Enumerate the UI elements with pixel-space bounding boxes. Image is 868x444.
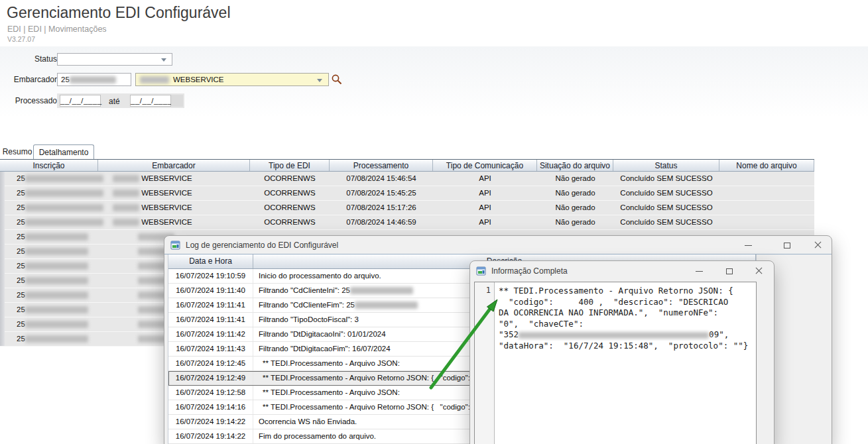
cell-processamento: 07/08/2024 14:46:59 xyxy=(330,215,433,229)
cell-embarcador: WEBSERVICE xyxy=(98,201,250,215)
embarcador-combo[interactable]: WEBSERVICE xyxy=(135,73,329,86)
redacted-text xyxy=(355,302,418,309)
code-line: "dataHora": "16/7/24 19:15:48", "protoco… xyxy=(499,341,755,352)
tab-resumo[interactable]: Resumo xyxy=(1,144,33,159)
log-cell-time: 16/07/2024 19:11:43 xyxy=(168,342,253,356)
redacted-text xyxy=(25,306,88,313)
log-cell-time: 16/07/2024 19:12:58 xyxy=(168,386,253,400)
redacted-text xyxy=(25,190,103,197)
line-number: 1 xyxy=(486,286,491,295)
close-button[interactable] xyxy=(749,264,769,278)
cell-inscricao: 25 xyxy=(0,215,98,229)
log-window-titlebar[interactable]: Log de gerenciamento do EDI Configurável xyxy=(164,236,832,254)
code-line: "0", "chaveCTe": xyxy=(499,319,755,330)
close-button[interactable] xyxy=(808,239,828,252)
log-window-title: Log de gerenciamento do EDI Configurável xyxy=(186,241,338,250)
cell-status: Concluído SEM SUCESSO xyxy=(613,201,719,215)
redacted-text xyxy=(519,332,709,339)
status-select[interactable] xyxy=(57,53,172,66)
cell-tipo-comunicacao: API xyxy=(433,186,537,200)
cell-status: Concluído SEM SUCESSO xyxy=(613,215,719,229)
info-window-title: Informação Completa xyxy=(491,266,568,276)
log-cell-time: 16/07/2024 19:10:59 xyxy=(168,269,253,283)
cell-tipo-edi: OCORRENWS xyxy=(250,215,330,229)
cell-inscricao: 25 xyxy=(0,303,98,317)
cell-tipo-edi: OCORRENWS xyxy=(250,172,330,186)
app-icon xyxy=(476,266,487,276)
cell-inscricao: 25 xyxy=(0,274,98,288)
log-cell-time: 16/07/2024 19:12:49 xyxy=(168,371,253,385)
cell-inscricao: 25 xyxy=(0,332,98,346)
minimize-button[interactable] xyxy=(738,239,758,252)
maximize-button[interactable] xyxy=(777,239,797,252)
grid-column-header[interactable]: Embarcador xyxy=(98,160,250,171)
grid-row-gutter xyxy=(0,172,5,346)
redacted-text xyxy=(113,204,139,211)
processado-to-input[interactable]: __/__/____ xyxy=(130,95,171,107)
log-cell-time: 16/07/2024 19:12:45 xyxy=(168,357,253,370)
maximize-button[interactable] xyxy=(719,264,739,278)
log-cell-time: 16/07/2024 19:14:22 xyxy=(168,415,253,429)
cell-status: Concluído SEM SUCESSO xyxy=(613,186,719,200)
redacted-text xyxy=(25,175,103,182)
cell-inscricao: 25 xyxy=(0,186,98,200)
tab-detalhamento[interactable]: Detalhamento xyxy=(33,144,94,159)
cell-nome-arquivo xyxy=(719,186,814,200)
breadcrumb: EDI | EDI | Movimentações xyxy=(7,25,107,34)
table-row[interactable]: 25 WEBSERVICEOCORRENWS07/08/2024 15:45:2… xyxy=(0,186,814,201)
redacted-text xyxy=(25,277,88,284)
cell-inscricao: 25 xyxy=(0,288,98,302)
chevron-down-icon xyxy=(161,58,166,62)
minimize-button[interactable] xyxy=(689,264,709,278)
code-line: ** TEDI.Processamento - Arquivo Retorno … xyxy=(499,286,755,297)
redacted-text xyxy=(140,76,169,83)
search-icon[interactable] xyxy=(331,74,343,85)
cell-situacao-arquivo: Não gerado xyxy=(537,186,613,200)
cell-status: Concluído SEM SUCESSO xyxy=(613,172,719,186)
info-window: Informação Completa 1 ** TEDI.Processame… xyxy=(469,260,775,444)
grid-column-header[interactable]: Processamento xyxy=(330,160,433,171)
cell-nome-arquivo xyxy=(719,201,814,215)
redacted-text xyxy=(25,204,103,211)
grid-header-row: InscriçãoEmbarcadorTipo de EDIProcessame… xyxy=(0,159,814,172)
minimize-icon xyxy=(745,245,752,246)
redacted-text xyxy=(70,76,116,83)
table-row[interactable]: 25 WEBSERVICEOCORRENWS07/08/2024 14:46:5… xyxy=(0,215,814,230)
code-line: "35209", xyxy=(499,329,755,341)
cell-processamento: 07/08/2024 15:45:25 xyxy=(330,186,433,200)
date-button[interactable] xyxy=(171,95,183,107)
cell-tipo-edi: OCORRENWS xyxy=(250,186,330,200)
cell-processamento: 07/08/2024 15:46:54 xyxy=(330,172,433,186)
cell-inscricao: 25 xyxy=(0,245,98,258)
redacted-text xyxy=(25,233,88,241)
grid-column-header[interactable]: Inscrição xyxy=(0,160,98,171)
close-icon xyxy=(755,267,763,275)
grid-column-header[interactable]: Tipo de EDI xyxy=(250,160,330,171)
grid-column-header[interactable]: Tipo de Comunicação xyxy=(433,160,537,171)
log-cell-time: 16/07/2024 19:11:41 xyxy=(168,313,253,327)
redacted-text xyxy=(25,335,88,343)
log-cell-time: 16/07/2024 19:14:22 xyxy=(168,429,253,443)
processado-from-input[interactable]: __/__/____ xyxy=(60,95,101,107)
redacted-text xyxy=(113,219,139,226)
log-cell-time: 16/07/2024 19:11:42 xyxy=(168,327,253,341)
status-label: Status xyxy=(4,54,57,64)
info-window-titlebar[interactable]: Informação Completa xyxy=(470,261,774,281)
cell-embarcador: WEBSERVICE xyxy=(98,186,250,200)
log-column-header[interactable]: Data e Hora xyxy=(168,254,253,268)
grid-column-header[interactable]: Status xyxy=(613,160,719,171)
version-label: V3.27.07 xyxy=(7,35,35,43)
table-row[interactable]: 25 WEBSERVICEOCORRENWS07/08/2024 15:46:5… xyxy=(0,172,814,186)
page-title: Gerenciamento EDI Configurável xyxy=(7,4,231,22)
cell-situacao-arquivo: Não gerado xyxy=(537,215,613,229)
code-line: DA OCORRENCIA NAO INFORMADA.", "numeroNF… xyxy=(499,307,755,319)
cell-inscricao: 25 xyxy=(0,172,98,186)
embarcador-code-input[interactable]: 25 xyxy=(57,73,131,86)
cell-tipo-comunicacao: API xyxy=(433,201,537,215)
redacted-text xyxy=(25,262,88,270)
ate-label: até xyxy=(109,97,120,106)
grid-column-header[interactable]: Nome do arquivo xyxy=(719,160,814,171)
info-text-area[interactable]: 1 ** TEDI.Processamento - Arquivo Retorn… xyxy=(474,282,757,444)
table-row[interactable]: 25 WEBSERVICEOCORRENWS07/08/2024 15:17:2… xyxy=(0,201,814,215)
grid-column-header[interactable]: Situação do arquivo xyxy=(537,160,613,171)
